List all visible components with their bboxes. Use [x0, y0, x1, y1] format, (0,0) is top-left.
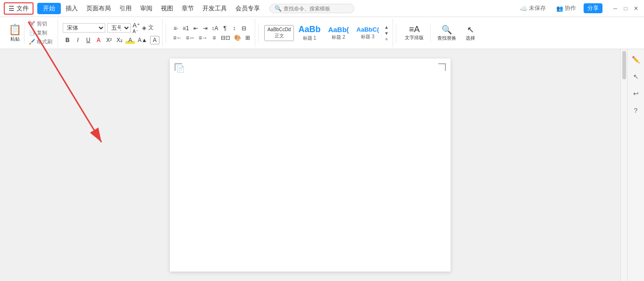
font-group: 宋体 五号 A⁺ A⁻ ◈ 文 B I U A X² X₂ A A▲ A	[60, 19, 163, 47]
text-layout-btn[interactable]: ≡A 文字排版	[401, 24, 427, 42]
para-sort-btn[interactable]: ↕A	[210, 25, 220, 32]
review-menu-item[interactable]: 审阅	[136, 3, 156, 14]
list-bullet-btn[interactable]: ≡·	[172, 25, 180, 32]
font-size-decrease-btn[interactable]: A⁻	[133, 29, 140, 34]
text-layout-icon: ≡A	[409, 25, 420, 34]
page-icon: 📄	[176, 65, 184, 73]
sidebar-undo-btn[interactable]: ↩	[629, 87, 643, 100]
highlight-btn[interactable]: A	[125, 36, 135, 44]
paste-group: 📋 粘贴 ✂️ 剪切 📑 复制 🖌️ 格式刷	[4, 19, 58, 47]
sep2	[258, 24, 259, 43]
style-h3-preview: AaBbC(	[357, 26, 379, 33]
font-name-select[interactable]: 宋体	[63, 23, 105, 33]
font-row2: B I U A X² X₂ A A▲ A	[63, 36, 159, 44]
para-group: ≡· ≡1 ⇤ ⇥ ↕A ¶ ↕ ⊟ ≡← ≡↔ ≡→ ≡ ⊟⊡ 🎨 ⊞	[169, 19, 255, 47]
format-brush-icon: 🖌️	[29, 39, 35, 45]
devtools-menu-item[interactable]: 开发工具	[199, 3, 231, 14]
copy-btn[interactable]: 📑 复制	[27, 29, 54, 37]
col-setting-btn[interactable]: ⊞	[243, 34, 252, 42]
page-layout-menu-item[interactable]: 页面布局	[83, 3, 115, 14]
collab-icon: 👥	[556, 5, 563, 12]
paste-btn[interactable]: 📋 粘贴	[6, 23, 25, 43]
view-menu-item[interactable]: 视图	[157, 3, 177, 14]
find-replace-btn[interactable]: 🔍 查找替换	[434, 24, 460, 43]
clear-format-btn[interactable]: ◈	[142, 25, 146, 31]
style-dropdown-btn[interactable]: ▲ ▼ ≡	[383, 24, 390, 43]
paste-icon: 📋	[8, 24, 21, 36]
align-center-btn[interactable]: ≡↔	[184, 34, 196, 42]
styles-group: AaBbCcDd 正文 AaBb 标题 1 AaBb( 标题 2 AaBbC( …	[261, 19, 393, 47]
para-row2: ≡← ≡↔ ≡→ ≡ ⊟⊡ 🎨 ⊞	[172, 34, 252, 42]
style-more-icon: ≡	[385, 37, 388, 42]
style-h1-preview: AaBb	[298, 25, 320, 34]
list-number-btn[interactable]: ≡1	[181, 25, 191, 32]
indent-increase-btn[interactable]: ⇥	[201, 25, 209, 32]
font-color-btn[interactable]: A	[94, 36, 103, 44]
sep3	[396, 24, 396, 43]
text-layout-label: 文字排版	[405, 34, 424, 41]
align-left-btn[interactable]: ≡←	[172, 34, 184, 42]
unsaved-label: 未保存	[529, 4, 546, 12]
document-page[interactable]: 📄	[170, 59, 451, 272]
vip-menu-item[interactable]: 会员专享	[232, 3, 264, 14]
file-menu-button[interactable]: ☰ 文件	[4, 2, 33, 15]
font-size-select[interactable]: 五号	[107, 23, 131, 33]
scrollbar[interactable]	[620, 49, 627, 281]
subscript-btn[interactable]: X₂	[115, 36, 125, 44]
superscript-btn[interactable]: X²	[104, 36, 114, 44]
shading-btn[interactable]: 🎨	[233, 34, 243, 42]
distribute-btn[interactable]: ⊟⊡	[219, 34, 232, 42]
char-border-btn[interactable]: A	[150, 36, 159, 44]
style-h2[interactable]: AaBb( 标题 2	[325, 24, 352, 43]
style-h3[interactable]: AaBbC( 标题 3	[353, 24, 383, 42]
window-controls: ─ □ ✕	[611, 4, 640, 13]
format-brush-btn[interactable]: 🖌️ 格式刷	[27, 38, 54, 46]
sep1	[166, 24, 166, 43]
collab-btn[interactable]: 👥 协作	[553, 3, 579, 13]
show-marks-btn[interactable]: ¶	[221, 25, 229, 32]
phonetic-btn[interactable]: 文	[148, 24, 154, 32]
sidebar-cursor-btn[interactable]: ↖	[629, 70, 643, 83]
underline-btn[interactable]: U	[84, 36, 93, 44]
reference-menu-item[interactable]: 引用	[116, 3, 135, 14]
search-input[interactable]	[284, 6, 349, 11]
minimize-btn[interactable]: ─	[611, 4, 619, 13]
cloud-icon: ☁️	[519, 5, 527, 12]
style-h1[interactable]: AaBb 标题 1	[295, 23, 324, 43]
start-menu-item[interactable]: 开始	[37, 3, 61, 14]
select-btn[interactable]: ↖ 选择	[462, 24, 479, 43]
chapter-menu-item[interactable]: 章节	[178, 3, 198, 14]
style-normal[interactable]: AaBbCcDd 正文	[264, 25, 294, 41]
find-replace-label: 查找替换	[437, 35, 456, 42]
right-sidebar: ✏️ ↖ ↩ ?	[627, 49, 644, 281]
bold-btn[interactable]: B	[63, 36, 72, 44]
char-shading-btn[interactable]: A▲	[136, 36, 149, 44]
search-bar[interactable]: 🔍	[269, 4, 354, 13]
justify-btn[interactable]: ≡	[210, 34, 218, 42]
cut-btn[interactable]: ✂️ 剪切	[27, 20, 54, 28]
style-down-icon: ▼	[384, 31, 389, 36]
sidebar-edit-btn[interactable]: ✏️	[629, 53, 643, 66]
font-row1: 宋体 五号 A⁺ A⁻ ◈ 文	[63, 22, 159, 34]
style-h1-label: 标题 1	[303, 35, 316, 42]
italic-btn[interactable]: I	[73, 36, 83, 44]
insert-menu-item[interactable]: 插入	[62, 3, 82, 14]
scrollbar-thumb[interactable]	[622, 51, 626, 79]
style-normal-label: 正文	[275, 33, 284, 39]
para-border-btn[interactable]: ⊟	[240, 25, 248, 32]
style-h2-preview: AaBb(	[328, 26, 349, 34]
share-btn[interactable]: 分享	[584, 3, 602, 13]
align-right-btn[interactable]: ≡→	[197, 34, 209, 42]
close-btn[interactable]: ✕	[632, 4, 640, 13]
select-icon: ↖	[467, 25, 474, 35]
copy-label: 复制	[37, 29, 47, 36]
toolbar: 📋 粘贴 ✂️ 剪切 📑 复制 🖌️ 格式刷 宋体 五号	[0, 17, 644, 49]
font-size-increase-btn[interactable]: A⁺	[133, 22, 140, 29]
title-bar: ☰ 文件 开始 插入 页面布局 引用 审阅 视图 章节 开发工具 会员专享 🔍 …	[0, 0, 644, 17]
line-spacing-btn[interactable]: ↕	[230, 25, 239, 32]
cloud-save-btn[interactable]: ☁️ 未保存	[517, 3, 549, 13]
maximize-btn[interactable]: □	[621, 4, 630, 13]
right-tools-row: ≡A 文字排版 🔍 查找替换 ↖ 选择	[399, 19, 481, 47]
indent-decrease-btn[interactable]: ⇤	[192, 25, 200, 32]
sidebar-help-btn[interactable]: ?	[629, 104, 643, 117]
